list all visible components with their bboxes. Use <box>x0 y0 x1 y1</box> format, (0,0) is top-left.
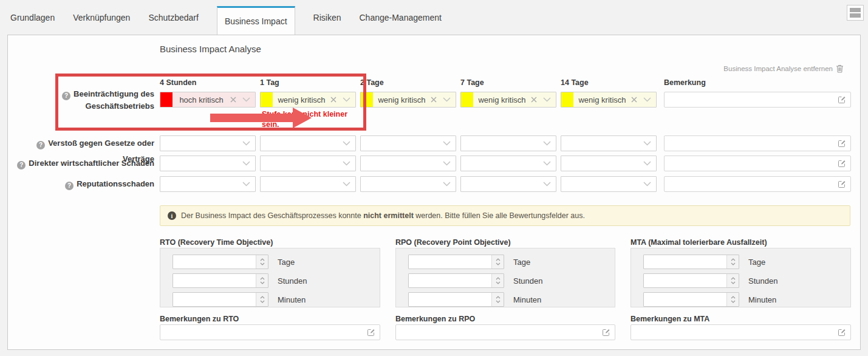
help-icon[interactable]: ? <box>62 92 70 100</box>
tab-schutzbedarf[interactable]: Schutzbedarf <box>148 13 199 22</box>
chevron-down-icon <box>443 161 451 166</box>
beeintraechtigung-1-tag-select[interactable]: wenig kritisch <box>260 92 356 108</box>
rto-panel: Tage Stunden Minuten <box>160 248 380 307</box>
clear-selection-icon[interactable] <box>631 97 637 103</box>
edit-pencil-icon[interactable] <box>838 328 846 339</box>
verstoss-14-tage-select[interactable] <box>561 135 657 151</box>
spinner-buttons[interactable] <box>491 255 504 269</box>
list-view-icon <box>850 13 861 18</box>
mta-tage-input[interactable] <box>643 255 739 269</box>
chevron-down-icon <box>643 141 651 146</box>
chevron-down-icon <box>543 141 551 146</box>
schaden-bemerkung-input[interactable] <box>664 156 851 171</box>
verstoss-7-tage-select[interactable] <box>460 135 556 151</box>
row-label-beeintraechtigung: ?Beeinträchtigung des Geschäftsbetriebs <box>8 88 154 112</box>
beeintraechtigung-14-tage-select[interactable]: wenig kritisch <box>561 92 657 108</box>
mta-remark-input[interactable] <box>630 324 851 340</box>
validation-error-text: Stufe kann nicht kleiner sein. <box>262 109 362 130</box>
mta-section-title: MTA (Maximal tolerierbare Ausfallzeit) <box>630 238 767 247</box>
beeintraechtigung-2-tage-select[interactable]: wenig kritisch <box>360 92 456 108</box>
colheader-4-stunden: 4 Stunden <box>160 78 196 87</box>
reputation-4-stunden-select[interactable] <box>160 176 256 192</box>
severity-color-swatch <box>361 92 373 107</box>
tab-business-impact[interactable]: Business Impact <box>217 6 295 35</box>
page-title: Business Impact Analyse <box>160 44 261 54</box>
row-label-reputationsschaden: ?Reputationsschaden <box>8 176 154 192</box>
verstoss-bemerkung-input[interactable] <box>664 135 851 151</box>
chevron-down-icon <box>543 182 551 187</box>
rto-minuten-input[interactable] <box>173 292 268 307</box>
list-view-toggle-button[interactable] <box>847 5 864 21</box>
rto-tage-input[interactable] <box>173 255 268 269</box>
help-icon[interactable]: ? <box>17 161 26 169</box>
unit-label: Stunden <box>513 276 542 286</box>
help-icon[interactable]: ? <box>36 141 45 149</box>
spinner-buttons[interactable] <box>256 274 268 287</box>
reputation-7-tage-select[interactable] <box>460 176 556 192</box>
edit-pencil-icon[interactable] <box>838 180 846 191</box>
reputation-bemerkung-input[interactable] <box>664 176 851 192</box>
spinner-buttons[interactable] <box>726 274 739 287</box>
clear-selection-icon[interactable] <box>431 97 437 103</box>
beeintraechtigung-7-tage-select[interactable]: wenig kritisch <box>460 92 556 108</box>
tab-risiken[interactable]: Risiken <box>313 13 341 22</box>
severity-color-swatch <box>261 92 273 107</box>
spinner-buttons[interactable] <box>491 293 504 306</box>
clear-selection-icon[interactable] <box>330 97 337 103</box>
tab-bar: Grundlagen Verknüpfungen Schutzbedarf Bu… <box>0 0 868 35</box>
edit-pencil-icon[interactable] <box>838 159 846 170</box>
schaden-7-tage-select[interactable] <box>460 156 556 171</box>
spinner-buttons[interactable] <box>256 293 268 306</box>
verstoss-4-stunden-select[interactable] <box>160 135 256 151</box>
reputation-2-tage-select[interactable] <box>360 176 456 192</box>
unit-label: Tage <box>748 258 765 267</box>
rto-stunden-input[interactable] <box>173 273 268 288</box>
edit-pencil-icon[interactable] <box>367 328 375 339</box>
verstoss-2-tage-select[interactable] <box>360 135 456 151</box>
schaden-14-tage-select[interactable] <box>561 156 657 171</box>
chevron-down-icon <box>443 97 451 102</box>
colheader-7-tage: 7 Tage <box>460 78 484 87</box>
row-label-wirtschaftlicher-schaden: ?Direkter wirtschaftlicher Schaden <box>8 156 154 171</box>
unit-label: Tage <box>513 258 530 267</box>
rpo-stunden-input[interactable] <box>408 273 504 288</box>
verstoss-1-tag-select[interactable] <box>260 135 356 151</box>
reputation-14-tage-select[interactable] <box>561 176 657 192</box>
spinner-buttons[interactable] <box>256 255 268 269</box>
clear-selection-icon[interactable] <box>531 97 537 103</box>
rpo-tage-input[interactable] <box>408 255 504 269</box>
spinner-buttons[interactable] <box>726 255 739 269</box>
help-icon[interactable]: ? <box>65 182 73 190</box>
beeintraechtigung-bemerkung-input[interactable] <box>664 92 851 108</box>
edit-pencil-icon[interactable] <box>838 95 846 106</box>
chevron-down-icon <box>343 141 350 146</box>
remove-bia-button[interactable]: Business Impact Analyse entfernen <box>723 64 844 73</box>
mta-minuten-input[interactable] <box>643 292 739 307</box>
severity-color-swatch <box>160 92 173 107</box>
chevron-down-icon <box>443 141 451 146</box>
spinner-buttons[interactable] <box>491 274 504 287</box>
spinner-buttons[interactable] <box>726 293 739 306</box>
clear-selection-icon[interactable] <box>230 97 236 103</box>
tab-change-management[interactable]: Change-Management <box>360 13 442 22</box>
rpo-remark-label: Bemerkungen zu RPO <box>395 315 475 323</box>
tab-verknuepfungen[interactable]: Verknüpfungen <box>73 13 130 22</box>
remove-bia-label: Business Impact Analyse entfernen <box>723 65 833 72</box>
unit-label: Minuten <box>748 295 776 304</box>
rpo-remark-input[interactable] <box>395 324 615 340</box>
reputation-1-tag-select[interactable] <box>260 176 356 192</box>
schaden-1-tag-select[interactable] <box>260 156 356 171</box>
mta-panel: Tage Stunden Minuten <box>630 248 851 307</box>
unit-label: Stunden <box>748 276 777 286</box>
beeintraechtigung-4-stunden-select[interactable]: hoch kritisch <box>160 92 256 108</box>
schaden-2-tage-select[interactable] <box>360 156 456 171</box>
colheader-bemerkung: Bemerkung <box>664 78 706 87</box>
rto-remark-input[interactable] <box>160 324 380 340</box>
rpo-minuten-input[interactable] <box>408 292 504 307</box>
schaden-4-stunden-select[interactable] <box>160 156 256 171</box>
tab-grundlagen[interactable]: Grundlagen <box>10 13 55 22</box>
mta-stunden-input[interactable] <box>643 273 739 288</box>
edit-pencil-icon[interactable] <box>602 328 610 339</box>
rpo-section-title: RPO (Recovery Point Objective) <box>395 238 511 247</box>
edit-pencil-icon[interactable] <box>838 139 846 150</box>
